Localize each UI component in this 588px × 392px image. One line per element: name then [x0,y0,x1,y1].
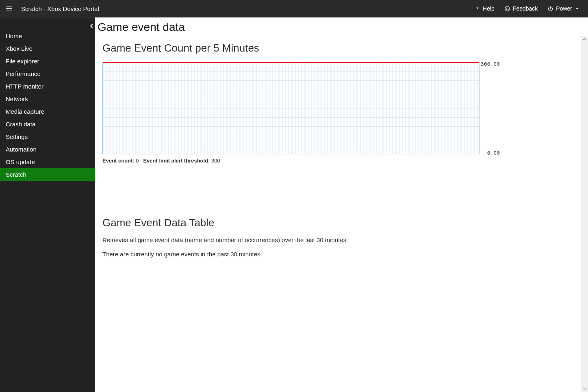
threshold-label: Event limit alert threshold: [143,158,210,164]
y-axis-min-label: 0.00 [487,150,500,156]
vertical-scrollbar[interactable] [581,36,588,392]
sidebar-collapse-button[interactable] [87,22,95,31]
sidebar-item-scratch[interactable]: Scratch [0,168,95,181]
sidebar-item-xbox-live[interactable]: Xbox Live [0,42,95,55]
sidebar-item-file-explorer[interactable]: File explorer [0,55,95,67]
sidebar-item-label: Scratch [6,171,26,178]
chart-caption: Event count: 0 Event limit alert thresho… [102,158,588,164]
sidebar-item-label: Crash data [6,121,35,128]
sidebar-item-media-capture[interactable]: Media capture [0,105,95,118]
event-count-label: Event count: [102,158,135,164]
sidebar-item-os-update[interactable]: OS update [0,156,95,168]
feedback-button[interactable]: Feedback [504,5,538,12]
sidebar-item-label: Performance [6,70,41,77]
sidebar-item-label: Network [6,95,28,102]
sidebar-item-performance[interactable]: Performance [0,67,95,80]
svg-point-1 [505,6,510,11]
main-content: Game event data Game Event Count per 5 M… [95,17,588,392]
table-section-title: Game Event Data Table [102,217,588,229]
chart-wrap: 300.00 0.00 [102,62,480,154]
app-title: Scratch - Xbox Device Portal [21,5,475,12]
svg-point-3 [508,8,508,8]
sidebar-item-home[interactable]: Home [0,30,95,42]
sidebar: Home Xbox Live File explorer Performance… [0,17,95,392]
power-icon [547,6,553,12]
threshold-value: 300 [211,158,220,164]
event-count-value: 0 [136,158,139,164]
svg-point-0 [477,10,477,10]
sidebar-list: Home Xbox Live File explorer Performance… [0,17,95,181]
sidebar-item-label: Automation [6,146,37,153]
sidebar-item-network[interactable]: Network [0,93,95,105]
svg-point-2 [506,8,507,8]
chart-section: Game Event Count per 5 Minutes [102,42,588,164]
header-actions: Help Feedback Power [475,5,579,12]
sidebar-item-label: OS update [6,158,35,165]
sidebar-item-label: Xbox Live [6,45,33,52]
sidebar-item-automation[interactable]: Automation [0,143,95,156]
help-label: Help [483,5,495,12]
sidebar-item-http-monitor[interactable]: HTTP monitor [0,80,95,93]
help-icon [475,6,480,11]
y-axis-max-label: 300.00 [481,61,500,67]
chart-gridlines [103,62,479,154]
event-count-chart [102,62,480,154]
sidebar-item-label: Media capture [6,108,44,115]
feedback-icon [504,6,510,12]
power-button[interactable]: Power [547,5,579,12]
menu-icon[interactable] [6,4,15,13]
chevron-down-icon [575,7,579,11]
table-description: Retrieves all game event data (name and … [102,236,588,243]
threshold-line [103,62,479,63]
scroll-up-icon[interactable] [581,36,588,43]
sidebar-item-label: HTTP monitor [6,83,43,90]
sidebar-item-settings[interactable]: Settings [0,130,95,143]
sidebar-item-crash-data[interactable]: Crash data [0,118,95,130]
feedback-label: Feedback [513,5,538,12]
help-button[interactable]: Help [475,5,495,12]
top-header: Scratch - Xbox Device Portal Help Feedba [0,0,588,17]
scroll-down-icon[interactable] [581,385,588,392]
sidebar-item-label: Home [6,32,22,39]
table-section: Game Event Data Table Retrieves all game… [102,217,588,258]
sidebar-item-label: Settings [6,133,28,140]
sidebar-item-label: File explorer [6,58,39,65]
table-empty-message: There are currently no game events in th… [102,251,588,258]
chart-section-title: Game Event Count per 5 Minutes [102,42,588,54]
page-title: Game event data [98,21,588,34]
power-label: Power [556,5,572,12]
